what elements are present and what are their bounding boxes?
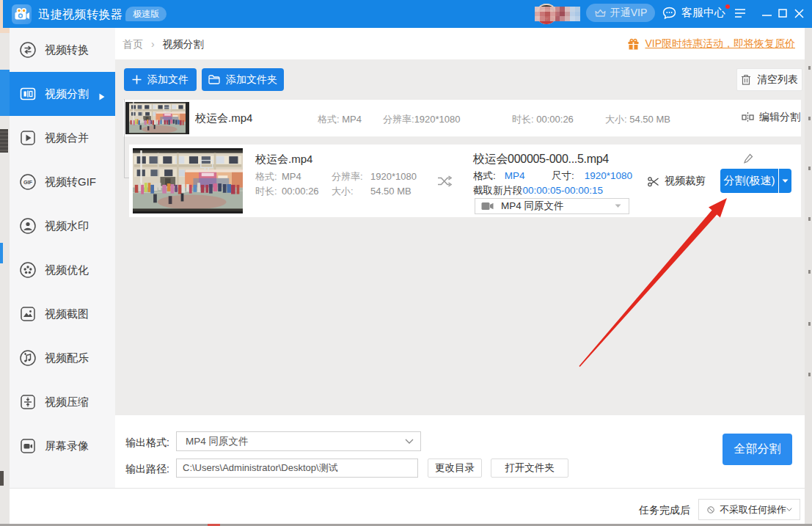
sidebar: 视频转换 视频分割 视频合并 GIF 视频转GIF: [10, 28, 115, 488]
plus-icon: [132, 75, 142, 84]
output-format: 格式:MP4: [473, 169, 525, 183]
breadcrumb-separator: ›: [151, 38, 155, 50]
breadcrumb-current: 视频分割: [162, 38, 203, 50]
chevron-down-icon: [405, 439, 414, 444]
merge-icon: [19, 129, 37, 147]
sidebar-item-video-convert[interactable]: 视频转换: [10, 28, 115, 72]
title-bar: 迅捷视频转换器 极速版 开通VIP 客服中心: [0, 0, 812, 28]
submenu-arrow-icon: [99, 90, 105, 103]
watermark-icon: [19, 217, 37, 235]
video-crop-button[interactable]: 视频裁剪: [648, 175, 706, 188]
desktop-edge-top: [0, 0, 3, 28]
source-video-thumbnail: [133, 148, 243, 213]
after-task-label: 任务完成后: [639, 504, 690, 517]
file-resolution: 分辨率:1920*1080: [383, 113, 461, 126]
output-format-select[interactable]: MP4 同原文件: [176, 431, 421, 451]
rename-pencil-icon[interactable]: [744, 153, 753, 164]
open-vip-button[interactable]: 开通VIP: [586, 4, 655, 22]
source-size: 大小:54.50 MB: [332, 185, 412, 198]
chat-icon: [662, 7, 676, 20]
change-dir-button[interactable]: 更改目录: [428, 459, 482, 478]
desktop-edge-right: [805, 28, 812, 526]
output-format-label: 输出格式:: [125, 436, 169, 450]
source-format: 格式:MP4: [255, 170, 301, 183]
output-dimension: 尺寸:1920*1080: [552, 169, 632, 183]
edit-split-button[interactable]: 编辑分割: [742, 111, 800, 124]
vip-promo-link[interactable]: VIP限时特惠活动，即将恢复原价: [627, 37, 795, 51]
file-format: 格式: MP4: [318, 113, 362, 126]
close-icon: [794, 9, 804, 18]
menu-button[interactable]: [734, 7, 746, 19]
sidebar-item-video-music[interactable]: 视频配乐: [10, 336, 115, 380]
support-center-button[interactable]: 客服中心: [662, 6, 725, 20]
censored-username: [535, 7, 580, 21]
split-all-button[interactable]: 全部分割: [723, 434, 792, 465]
output-file-name: 校运会000005-000...5.mp4: [473, 152, 609, 167]
app-logo-icon: [12, 4, 32, 24]
app-title: 迅捷视频转换器: [38, 7, 123, 23]
scissors-icon: [648, 176, 659, 187]
post-task-action-select[interactable]: 不采取任何操作: [698, 499, 800, 520]
add-folder-button[interactable]: 添加文件夹: [202, 68, 284, 91]
breadcrumb: 首页 › 视频分割: [122, 38, 203, 51]
sidebar-item-video-compress[interactable]: 视频压缩: [10, 380, 115, 424]
main-content: 添加文件 添加文件夹 清空列表 校运会.mp4 格式: MP4 分辨率:1920…: [115, 59, 805, 415]
video-thumbnail: [125, 102, 189, 134]
edition-badge: 极速版: [125, 7, 167, 21]
source-resolution: 分辨率:1920*1080: [332, 170, 417, 183]
split-fast-dropdown[interactable]: [779, 169, 791, 193]
sidebar-item-video-snapshot[interactable]: 视频截图: [10, 292, 115, 336]
add-file-button[interactable]: 添加文件: [124, 68, 197, 91]
chevron-down-icon: [782, 179, 789, 183]
chevron-down-icon: [615, 204, 621, 208]
split-task-row: 校运会.mp4 格式:MP4 分辨率:1920*1080 时长:00:00:26…: [129, 145, 801, 217]
breadcrumb-home[interactable]: 首页: [122, 38, 143, 50]
source-file-name: 校运会.mp4: [255, 153, 312, 167]
desktop-edge-left: [0, 28, 10, 526]
output-format-dropdown[interactable]: MP4 同原文件: [475, 198, 629, 214]
open-folder-button[interactable]: 打开文件夹: [491, 459, 568, 478]
folder-icon: [208, 75, 220, 84]
maximize-button[interactable]: [777, 7, 789, 19]
file-duration: 时长: 00:00:26: [512, 113, 574, 126]
file-name: 校运会.mp4: [195, 112, 252, 125]
sidebar-item-video-to-gif[interactable]: GIF 视频转GIF: [10, 160, 115, 204]
vip-promo-text: VIP限时特惠活动，即将恢复原价: [645, 37, 795, 51]
output-clip-range: 截取新片段00:00:05-00:00:15: [473, 184, 603, 197]
chevron-down-icon: [786, 507, 792, 512]
split-icon: [19, 85, 37, 103]
gift-icon: [627, 38, 640, 51]
edit-split-icon: [742, 112, 754, 123]
music-icon: [19, 349, 37, 367]
split-fast-button[interactable]: 分割(极速): [720, 169, 778, 193]
file-size: 大小: 54.50 MB: [605, 113, 670, 126]
sidebar-item-video-split[interactable]: 视频分割: [10, 72, 115, 116]
convert-icon: [19, 41, 37, 59]
record-icon: [19, 437, 37, 455]
source-duration: 时长:00:00:26: [255, 185, 319, 198]
sidebar-item-video-optimize[interactable]: 视频优化: [10, 248, 115, 292]
compress-icon: [19, 393, 37, 411]
status-bar: 任务完成后 不采取任何操作: [0, 488, 812, 524]
sidebar-item-video-merge[interactable]: 视频合并: [10, 116, 115, 160]
svg-text:GIF: GIF: [23, 179, 33, 186]
file-list-row[interactable]: 校运会.mp4 格式: MP4 分辨率:1920*1080 时长: 00:00:…: [123, 100, 801, 136]
optimize-icon: [19, 261, 37, 279]
minimize-button[interactable]: [761, 7, 772, 19]
camera-icon: [481, 202, 494, 211]
sidebar-item-screen-record[interactable]: 屏幕录像: [10, 424, 115, 468]
no-action-icon: [707, 505, 714, 515]
crown-icon: [594, 8, 607, 18]
minimize-icon: [762, 9, 772, 18]
menu-icon: [734, 8, 746, 18]
sidebar-item-video-watermark[interactable]: 视频水印: [10, 204, 115, 248]
shuffle-icon: [437, 175, 452, 187]
open-vip-label: 开通VIP: [610, 7, 648, 20]
close-button[interactable]: [793, 7, 805, 19]
output-path-label: 输出路径:: [125, 463, 169, 476]
gif-icon: GIF: [19, 173, 37, 191]
output-path-input[interactable]: [176, 459, 418, 478]
breadcrumb-bar: 首页 › 视频分割 VIP限时特惠活动，即将恢复原价: [115, 28, 805, 59]
clear-list-button[interactable]: 清空列表: [736, 68, 802, 91]
maximize-icon: [778, 9, 787, 18]
